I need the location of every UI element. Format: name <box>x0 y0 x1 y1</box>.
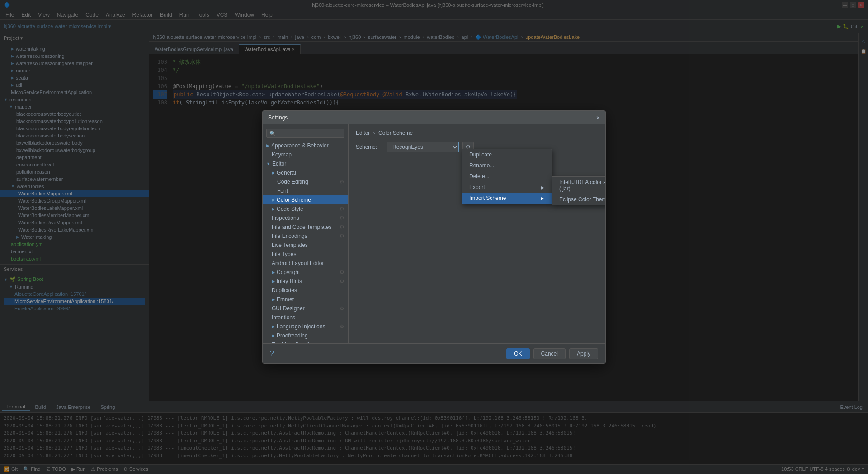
gear-menu-duplicate[interactable]: Duplicate... <box>462 149 552 160</box>
settings-item-font[interactable]: Font <box>263 186 348 195</box>
settings-item-label: GUI Designer <box>272 305 305 312</box>
settings-item-live-templates[interactable]: Live Templates <box>263 241 348 250</box>
settings-item-label: Color Scheme <box>277 197 311 203</box>
settings-item-icon: ⚙ <box>340 233 344 239</box>
scheme-select[interactable]: RecognEyes <box>387 142 459 152</box>
settings-item-android-layout[interactable]: Android Layout Editor <box>263 259 348 268</box>
dialog-ok-button[interactable]: OK <box>506 348 529 359</box>
settings-item-lang-injections[interactable]: ▶ Language Injections ⚙ <box>263 322 348 331</box>
settings-item-copyright[interactable]: ▶ Copyright ⚙ <box>263 268 348 277</box>
expand-arrow-icon: ▶ <box>272 297 275 302</box>
settings-item-label: Code Style <box>277 206 303 212</box>
settings-item-icon: ⚙ <box>340 269 344 275</box>
expand-arrow-icon: ▼ <box>266 161 270 166</box>
settings-breadcrumb: Editor › Color Scheme <box>356 130 598 136</box>
settings-item-inspections[interactable]: Inspections ⚙ <box>263 213 348 223</box>
settings-item-label: Intentions <box>272 314 295 321</box>
settings-item-keymap[interactable]: Keymap <box>263 150 348 159</box>
gear-menu-rename[interactable]: Rename... <box>462 160 552 171</box>
submenu-eclipse-theme[interactable]: Eclipse Color Theme (XML) <box>552 194 605 205</box>
settings-item-label: Code Editing <box>277 179 308 185</box>
settings-item-file-types[interactable]: File Types <box>263 250 348 259</box>
settings-item-icon: ⚙ <box>340 305 344 312</box>
dialog-apply-button[interactable]: Apply <box>569 348 598 359</box>
settings-item-icon: ⚙ <box>340 278 344 284</box>
settings-dialog: Settings × ▶ Appearance & Behavior Keyma… <box>262 110 606 364</box>
settings-item-label: File Types <box>272 251 296 257</box>
gear-dropdown-menu: Duplicate... Rename... Delete... Export … <box>462 149 552 204</box>
settings-item-code-editing[interactable]: Code Editing ⚙ <box>263 177 348 186</box>
settings-item-label: File and Code Templates <box>272 224 332 230</box>
settings-item-gui-designer[interactable]: GUI Designer ⚙ <box>263 304 348 313</box>
settings-item-label: Keymap <box>272 152 292 158</box>
expand-arrow-icon: ▶ <box>272 279 275 284</box>
submenu-intellij-scheme[interactable]: IntelliJ IDEA color scheme (.icls) or se… <box>552 177 605 194</box>
settings-item-label: Live Templates <box>272 242 308 248</box>
expand-arrow-icon: ▶ <box>272 171 275 175</box>
settings-item-label: Proofreading <box>277 332 308 339</box>
settings-item-general[interactable]: ▶ General <box>263 168 348 177</box>
gear-menu-export[interactable]: Export ▶ <box>462 182 552 193</box>
settings-item-file-encodings[interactable]: File Encodings ⚙ <box>263 232 348 241</box>
settings-item-icon: ⚙ <box>340 224 344 230</box>
settings-item-code-style[interactable]: ▶ Code Style ⚙ <box>263 204 348 213</box>
settings-search-input[interactable] <box>266 129 344 138</box>
settings-item-icon: ⚙ <box>340 323 344 330</box>
settings-item-appearance[interactable]: ▶ Appearance & Behavior <box>263 141 348 150</box>
settings-item-inlay-hints[interactable]: ▶ Inlay Hints ⚙ <box>263 277 348 286</box>
settings-item-label: Language Injections <box>277 323 325 330</box>
expand-arrow-icon: ▶ <box>266 143 269 148</box>
dialog-close-button[interactable]: × <box>596 114 600 121</box>
settings-item-proofreading[interactable]: ▶ Proofreading <box>263 331 348 340</box>
settings-item-editor[interactable]: ▼ Editor <box>263 159 348 168</box>
expand-arrow-icon: ▶ <box>272 324 275 329</box>
dialog-body: ▶ Appearance & Behavior Keymap ▼ Editor … <box>263 124 605 343</box>
expand-arrow-icon: ▶ <box>272 333 275 338</box>
settings-item-emmet[interactable]: ▶ Emmet <box>263 295 348 304</box>
settings-item-color-scheme[interactable]: ▶ Color Scheme <box>263 195 348 204</box>
breadcrumb-editor: Editor <box>356 130 370 136</box>
settings-item-label: Editor <box>272 161 286 167</box>
gear-menu-delete[interactable]: Delete... <box>462 171 552 182</box>
settings-item-icon: ⚙ <box>340 179 344 185</box>
modal-overlay: Settings × ▶ Appearance & Behavior Keyma… <box>0 0 868 474</box>
dialog-title-bar: Settings × <box>263 111 605 124</box>
settings-item-label: General <box>277 170 296 176</box>
settings-item-textmate[interactable]: TextMate Bundles <box>263 340 348 343</box>
settings-item-label: Inlay Hints <box>277 278 302 284</box>
settings-tree-panel: ▶ Appearance & Behavior Keymap ▼ Editor … <box>263 124 349 343</box>
settings-item-label: Duplicates <box>272 287 297 294</box>
dialog-title: Settings <box>268 114 288 121</box>
submenu-arrow-icon: ▶ <box>541 196 544 201</box>
settings-item-intentions[interactable]: Intentions <box>263 313 348 322</box>
settings-search <box>263 126 348 141</box>
settings-item-label: Inspections <box>272 215 299 221</box>
settings-item-label: Font <box>277 188 288 194</box>
import-scheme-submenu: IntelliJ IDEA color scheme (.icls) or se… <box>552 176 605 205</box>
dialog-footer: ? OK Cancel Apply <box>263 343 605 363</box>
expand-arrow-icon: ▶ <box>272 198 275 202</box>
settings-item-label: Appearance & Behavior <box>271 142 329 149</box>
settings-item-label: Android Layout Editor <box>272 260 324 266</box>
settings-item-duplicates[interactable]: Duplicates <box>263 286 348 295</box>
settings-content-panel: Editor › Color Scheme Scheme: RecognEyes… <box>349 124 605 343</box>
expand-arrow-icon: ▶ <box>272 207 275 211</box>
settings-item-file-templates[interactable]: File and Code Templates ⚙ <box>263 223 348 232</box>
dialog-help-button[interactable]: ? <box>270 350 274 358</box>
settings-item-label: File Encodings <box>272 233 307 239</box>
dialog-cancel-button[interactable]: Cancel <box>533 348 566 359</box>
settings-item-label: Emmet <box>277 296 294 303</box>
gear-menu-import-scheme[interactable]: Import Scheme ▶ IntelliJ IDEA color sche… <box>462 193 552 204</box>
breadcrumb-color-scheme: Color Scheme <box>378 130 413 136</box>
settings-item-icon: ⚙ <box>340 215 344 221</box>
expand-arrow-icon: ▶ <box>272 270 275 275</box>
settings-item-icon: ⚙ <box>340 206 344 212</box>
settings-item-label: Copyright <box>277 269 300 275</box>
submenu-arrow-icon: ▶ <box>541 185 544 190</box>
scheme-label: Scheme: <box>356 144 383 150</box>
